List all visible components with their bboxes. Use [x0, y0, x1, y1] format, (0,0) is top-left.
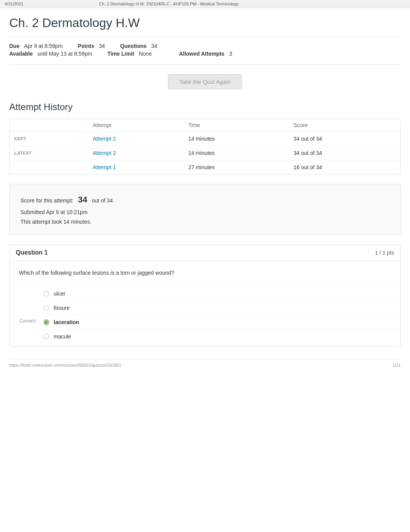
answer-label: fissure [54, 305, 69, 311]
available-value: until May 13 at 8:59pm [37, 51, 92, 57]
row-attempt[interactable]: Attempt 1 [88, 160, 183, 175]
quiz-meta-row-2: Available until May 13 at 8:59pm Time Li… [9, 51, 401, 57]
meta-divider [9, 65, 401, 65]
tab-title: Ch. 2 Dermatology H.W: 20210405-C - AHP1… [99, 2, 239, 6]
score-out-of: out of 34 [92, 197, 113, 204]
answer-radio [44, 334, 49, 339]
quiz-meta-row-1: Due Apr 9 at 8:59pm Points 34 Questions … [9, 43, 401, 49]
page-wrapper: Ch. 2 Dermatology H.W Due Apr 9 at 8:59p… [0, 8, 410, 386]
answer-item: fissure [41, 301, 400, 315]
attempt-history-table-container: Attempt Time Score KEPTAttempt 214 minut… [9, 119, 401, 175]
take-quiz-button[interactable]: Take the Quiz Again [168, 74, 242, 89]
page-url: https://fortis.instructure.com/courses/5… [9, 363, 121, 367]
attempt-history-title: Attempt History [9, 102, 401, 112]
answer-label: ulcer [54, 291, 65, 297]
table-row: LATESTAttempt 214 minutes34 out of 34 [10, 146, 400, 160]
answer-label: macule [54, 333, 71, 340]
submitted-line: Submitted Apr 9 at 10:21pm [20, 207, 390, 217]
score-label: Score for this attempt: [20, 197, 73, 204]
points-label: Points [78, 43, 94, 49]
points-value: 34 [99, 43, 105, 49]
bottom-bar: https://fortis.instructure.com/courses/5… [9, 359, 401, 371]
col-score: Score [289, 119, 400, 132]
row-score: 34 out of 34 [289, 132, 400, 146]
due-value: Apr 9 at 8:59pm [24, 43, 63, 49]
answer-label: laceration [54, 319, 79, 325]
answer-item: laceration [41, 315, 400, 330]
answers-list: ulcerfissurelacerationmacule [41, 284, 400, 347]
row-status: KEPT [10, 132, 88, 146]
available-label: Available [9, 51, 33, 57]
question-1-block: Question 1 1 / 1 pts Which of the follow… [9, 244, 401, 347]
question-1-points: 1 / 1 pts [375, 250, 394, 256]
table-header-row: Attempt Time Score [10, 119, 400, 132]
answer-item: ulcer [41, 287, 400, 301]
row-attempt[interactable]: Attempt 2 [88, 132, 183, 146]
row-status [10, 160, 88, 175]
row-time: 27 minutes [184, 160, 289, 175]
questions-value: 34 [151, 43, 158, 49]
answer-item: macule [41, 330, 400, 343]
table-row: Attempt 127 minutes16 out of 34 [10, 160, 400, 175]
answer-radio [44, 291, 49, 296]
table-row: KEPTAttempt 214 minutes34 out of 34 [10, 132, 400, 146]
page-number: 1/21 [393, 363, 401, 367]
allowed-attempts-value: 3 [229, 51, 232, 57]
question-1-body: Which of the following surface lesions i… [10, 261, 400, 347]
answer-radio [44, 320, 49, 325]
col-time: Time [184, 119, 289, 132]
duration-line: This attempt took 14 minutes. [20, 217, 390, 227]
row-score: 16 out of 34 [289, 160, 400, 175]
questions-label: Questions [120, 43, 146, 49]
page-title: Ch. 2 Dermatology H.W [9, 11, 401, 37]
question-1-header: Question 1 1 / 1 pts [10, 245, 400, 261]
attempt-history-table: Attempt Time Score KEPTAttempt 214 minut… [10, 119, 400, 174]
quiz-meta: Due Apr 9 at 8:59pm Points 34 Questions … [9, 43, 401, 57]
question-1-answers-outer: Correct! ulcerfissurelacerationmacule [10, 284, 400, 347]
col-status [10, 119, 88, 132]
score-number: 34 [78, 195, 87, 204]
due-label: Due [9, 43, 19, 49]
take-quiz-section: Take the Quiz Again [9, 74, 401, 89]
tab-date: 4/21/2021 [5, 2, 24, 6]
row-status: LATEST [10, 146, 88, 160]
correct-label: Correct! [10, 284, 41, 324]
score-summary: Score for this attempt: 34 out of 34 Sub… [9, 184, 401, 235]
question-1-title: Question 1 [16, 249, 48, 256]
row-time: 14 minutes [184, 132, 289, 146]
col-attempt: Attempt [88, 119, 183, 132]
browser-tab-bar: 4/21/2021 Ch. 2 Dermatology H.W: 2021040… [0, 0, 410, 8]
question-1-text: Which of the following surface lesions i… [10, 261, 400, 284]
row-attempt[interactable]: Attempt 2 [88, 146, 183, 160]
row-time: 14 minutes [184, 146, 289, 160]
score-line: Score for this attempt: 34 out of 34 [20, 192, 390, 207]
time-limit-value: None [139, 51, 152, 57]
row-score: 34 out of 34 [289, 146, 400, 160]
time-limit-label: Time Limit [107, 51, 134, 57]
allowed-attempts-label: Allowed Attempts [179, 51, 225, 57]
answer-radio [44, 305, 49, 311]
